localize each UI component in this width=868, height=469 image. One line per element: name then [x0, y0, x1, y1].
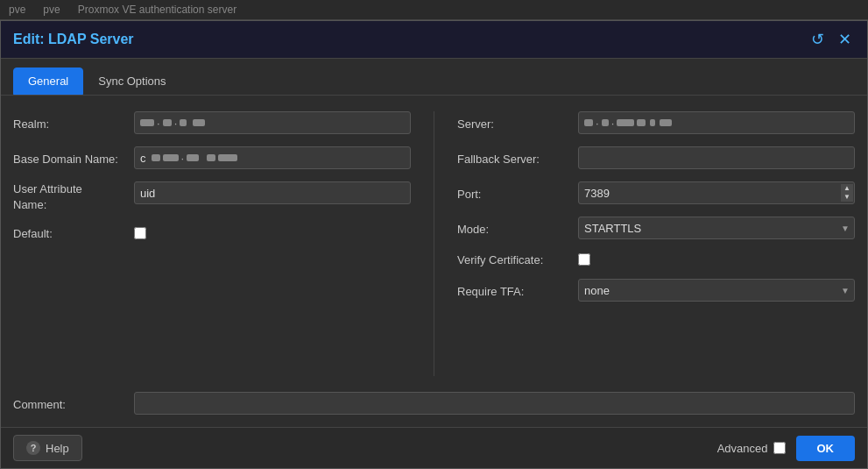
server-masked: · ·: [584, 117, 672, 130]
top-bar-item-2: pve: [43, 4, 60, 16]
default-checkbox-wrapper: [134, 227, 146, 239]
base-domain-label: Base Domain Name:: [13, 151, 127, 166]
require-tfa-select[interactable]: none TOTP YubiKey: [578, 279, 855, 302]
port-row: Port: ▲ ▼: [457, 181, 855, 204]
mask-3: [180, 119, 187, 126]
verify-cert-checkbox[interactable]: [578, 253, 590, 266]
mode-label: Mode:: [457, 221, 571, 236]
footer: ? Help Advanced OK: [1, 427, 867, 468]
reset-button[interactable]: ↺: [808, 30, 828, 49]
mask-1: [140, 119, 154, 126]
top-bar-item-3: Proxmox VE authentication server: [78, 4, 236, 16]
edit-ldap-dialog: Edit: LDAP Server ↺ ✕ General Sync Optio…: [0, 20, 868, 469]
advanced-text: Advanced: [717, 442, 768, 455]
ok-button[interactable]: OK: [796, 436, 856, 461]
form-left-col: Realm: · · Base Domain Name: c: [13, 111, 411, 376]
base-domain-prefix: c: [140, 152, 146, 165]
fallback-server-row: Fallback Server:: [457, 146, 855, 169]
verify-cert-row: Verify Certificate:: [457, 252, 855, 266]
mode-row: Mode: STARTTLS LDAP LDAPS ▼: [457, 217, 855, 239]
close-button[interactable]: ✕: [835, 30, 855, 49]
default-checkbox[interactable]: [134, 227, 146, 239]
tab-general[interactable]: General: [13, 68, 83, 95]
tabs-bar: General Sync Options: [1, 59, 867, 96]
mask-4: [193, 119, 205, 126]
footer-right: Advanced OK: [717, 436, 855, 461]
verify-cert-checkbox-wrapper: [578, 253, 590, 266]
mode-select-wrapper: STARTTLS LDAP LDAPS ▼: [578, 217, 855, 239]
fallback-server-input[interactable]: [578, 146, 855, 169]
realm-masked-value: · ·: [140, 117, 205, 130]
realm-input[interactable]: · ·: [134, 111, 411, 134]
require-tfa-row: Require TFA: none TOTP YubiKey ▼: [457, 279, 855, 302]
comment-label: Comment:: [13, 396, 127, 411]
port-decrement-button[interactable]: ▼: [841, 193, 853, 202]
realm-label: Realm:: [13, 116, 127, 131]
default-row: Default:: [13, 225, 411, 240]
comment-input[interactable]: [134, 392, 855, 415]
advanced-label[interactable]: Advanced: [717, 442, 786, 455]
require-tfa-select-wrapper: none TOTP YubiKey ▼: [578, 279, 855, 302]
question-icon: ?: [26, 441, 40, 455]
port-input[interactable]: [578, 181, 855, 204]
top-bar-item-1: pve: [9, 4, 25, 16]
base-domain-input[interactable]: c ·: [134, 146, 411, 169]
fallback-server-label: Fallback Server:: [457, 151, 571, 166]
dialog-header-actions: ↺ ✕: [808, 30, 855, 49]
form-body: Realm: · · Base Domain Name: c: [1, 96, 867, 392]
port-spinner-arrows: ▲ ▼: [841, 181, 853, 204]
verify-cert-label: Verify Certificate:: [457, 252, 571, 266]
form-right-col: Server: · · Fallback Server:: [457, 111, 855, 376]
top-bar: pve pve Proxmox VE authentication server: [0, 0, 868, 20]
port-increment-button[interactable]: ▲: [841, 184, 853, 193]
server-row: Server: · ·: [457, 111, 855, 134]
user-attr-label: User Attribute Name:: [13, 181, 127, 213]
mask-2: [163, 119, 172, 126]
user-attr-input[interactable]: [134, 181, 411, 204]
advanced-checkbox[interactable]: [773, 442, 786, 454]
comment-section: Comment:: [1, 392, 867, 427]
server-label: Server:: [457, 116, 571, 131]
tab-sync-options[interactable]: Sync Options: [83, 68, 180, 95]
port-spinner-wrapper: ▲ ▼: [578, 181, 855, 204]
default-label: Default:: [13, 225, 127, 240]
realm-row: Realm: · ·: [13, 111, 411, 134]
base-domain-masked: ·: [152, 152, 238, 165]
base-domain-row: Base Domain Name: c ·: [13, 146, 411, 169]
require-tfa-label: Require TFA:: [457, 283, 571, 298]
form-divider: [434, 111, 434, 376]
dialog-header: Edit: LDAP Server ↺ ✕: [1, 21, 867, 59]
help-button[interactable]: ? Help: [13, 435, 82, 461]
user-attr-row: User Attribute Name:: [13, 181, 411, 213]
help-label: Help: [46, 442, 69, 455]
dialog-title: Edit: LDAP Server: [13, 32, 134, 47]
server-input[interactable]: · ·: [578, 111, 855, 134]
mode-select[interactable]: STARTTLS LDAP LDAPS: [578, 217, 855, 239]
port-label: Port:: [457, 186, 571, 201]
